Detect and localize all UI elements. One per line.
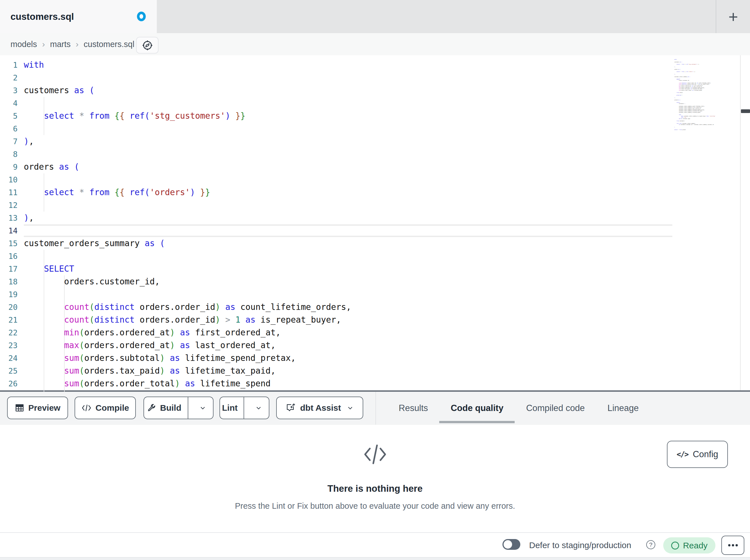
code-line[interactable]: count(distinct orders.order_id) as count… [24, 301, 351, 314]
window-footer-strip [0, 557, 750, 560]
chevron-down-icon [199, 404, 206, 412]
panel-tabs: ResultsCode qualityCompiled codeLineage [376, 392, 750, 424]
lint-button-group: Lint [219, 397, 269, 419]
empty-state-subtitle: Press the Lint or Fix button above to ev… [0, 501, 750, 511]
lint-dropdown-button[interactable] [248, 404, 269, 412]
line-number: 23 [0, 339, 18, 352]
line-number: 14 [0, 224, 18, 237]
chevron-down-icon [255, 404, 262, 412]
help-icon[interactable]: ? [646, 540, 655, 549]
line-number: 24 [0, 352, 18, 365]
dot-icon [732, 544, 734, 546]
dot-icon [735, 544, 738, 546]
code-line[interactable] [24, 199, 351, 212]
breadcrumb: models › marts › customers.sql [11, 33, 134, 55]
code-line[interactable]: ), [24, 212, 351, 224]
breadcrumb-marts[interactable]: marts [50, 40, 71, 49]
defer-label: Defer to staging/production [529, 533, 631, 558]
lint-button[interactable]: Lint [220, 403, 240, 413]
code-line[interactable] [24, 148, 351, 161]
tab-lineage[interactable]: Lineage [607, 392, 638, 424]
code-line[interactable] [24, 173, 351, 186]
scrollbar-handle[interactable] [741, 109, 750, 113]
toggle-knob [504, 540, 512, 549]
code-line[interactable]: orders.customer_id, [24, 275, 351, 288]
code-line[interactable]: orders as ( [24, 161, 351, 173]
code-line[interactable] [24, 71, 351, 84]
line-number: 1 [0, 59, 18, 71]
code-brackets-icon: </> [676, 450, 688, 459]
preview-button[interactable]: Preview [7, 397, 68, 419]
code-line[interactable] [24, 250, 351, 263]
code-line[interactable]: customer_orders_summary as ( [24, 237, 351, 250]
code-line[interactable]: select * from {{ ref('orders') }} [24, 186, 351, 199]
code-line[interactable]: sum(orders.subtotal) as lifetime_spend_p… [24, 352, 351, 365]
defer-toggle[interactable] [502, 539, 520, 550]
code-line[interactable]: sum(orders.order_total) as lifetime_spen… [24, 377, 351, 390]
more-options-button[interactable] [722, 536, 744, 555]
line-number: 11 [0, 186, 18, 199]
compile-button[interactable]: Compile [75, 397, 136, 419]
line-number: 20 [0, 301, 18, 314]
file-tab-title: customers.sql [11, 11, 74, 22]
config-button-label: Config [693, 449, 718, 459]
code-line[interactable]: customers as ( [24, 84, 351, 97]
code-line[interactable]: min(orders.ordered_at) as first_ordered_… [24, 326, 351, 339]
unsaved-changes-dot-icon [137, 12, 146, 21]
code-line[interactable]: SELECT [24, 263, 351, 275]
code-line[interactable]: ), [24, 135, 351, 148]
code-line[interactable]: select * from {{ ref('stg_customers') }} [24, 110, 351, 122]
code-line[interactable]: sum(orders.tax_paid) as lifetime_tax_pai… [24, 365, 351, 377]
line-number: 5 [0, 110, 18, 122]
lineage-compass-button[interactable] [136, 37, 158, 54]
tab-code-quality[interactable]: Code quality [451, 392, 503, 424]
code-line[interactable]: with [24, 59, 351, 71]
line-number: 2 [0, 71, 18, 84]
line-number: 7 [0, 135, 18, 148]
assist-chat-sparkle-icon [285, 402, 296, 413]
code-line[interactable] [24, 224, 351, 237]
chevron-right-icon: › [76, 39, 79, 49]
button-divider [243, 397, 244, 419]
dot-icon [728, 544, 730, 546]
dbt-assist-button[interactable]: dbt Assist [276, 397, 363, 419]
code-lines[interactable]: withcustomers as ( select * from {{ ref(… [24, 59, 351, 390]
code-line[interactable] [24, 288, 351, 301]
build-dropdown-button[interactable] [192, 404, 213, 412]
status-badge-ready: Ready [663, 537, 715, 554]
build-button[interactable]: Build [144, 403, 184, 413]
breadcrumb-models[interactable]: models [11, 40, 37, 49]
line-number: 19 [0, 288, 18, 301]
line-number: 4 [0, 97, 18, 110]
line-number: 18 [0, 275, 18, 288]
code-editor[interactable]: 1234567891011121314151617181920212223242… [0, 55, 750, 392]
wrench-icon [146, 403, 156, 413]
minimap-content: withcustomers as ( select * from {{ ref(… [674, 59, 717, 130]
line-number: 25 [0, 365, 18, 377]
status-circle-icon [671, 542, 679, 549]
tab-results[interactable]: Results [399, 392, 428, 424]
editor-right-divider [740, 55, 741, 392]
compile-button-label: Compile [96, 403, 129, 413]
empty-state: There is nothing here Press the Lint or … [0, 438, 750, 511]
line-number: 26 [0, 377, 18, 390]
preview-button-label: Preview [28, 403, 60, 413]
file-tab-customers-sql[interactable]: customers.sql [0, 0, 157, 33]
build-button-group: Build [143, 397, 214, 419]
bottom-toolbar: Preview Compile Build [0, 392, 750, 425]
lint-button-label: Lint [222, 403, 238, 413]
breadcrumb-file: customers.sql [84, 40, 134, 49]
code-line[interactable]: count(distinct orders.order_id) > 1 as i… [24, 314, 351, 326]
dbt-ide-window: customers.sql + models › marts › custome… [0, 0, 750, 560]
line-number: 22 [0, 326, 18, 339]
new-tab-button[interactable]: + [723, 0, 744, 33]
code-line[interactable] [24, 122, 351, 135]
editor-gutter: 1234567891011121314151617181920212223242… [0, 59, 18, 390]
compass-icon [142, 40, 153, 51]
code-line[interactable] [24, 97, 351, 110]
tab-compiled-code[interactable]: Compiled code [526, 392, 585, 424]
code-line[interactable]: max(orders.ordered_at) as last_ordered_a… [24, 339, 351, 352]
config-button[interactable]: </> Config [667, 441, 728, 468]
button-divider [188, 397, 188, 419]
editor-minimap[interactable]: withcustomers as ( select * from {{ ref(… [674, 59, 717, 131]
